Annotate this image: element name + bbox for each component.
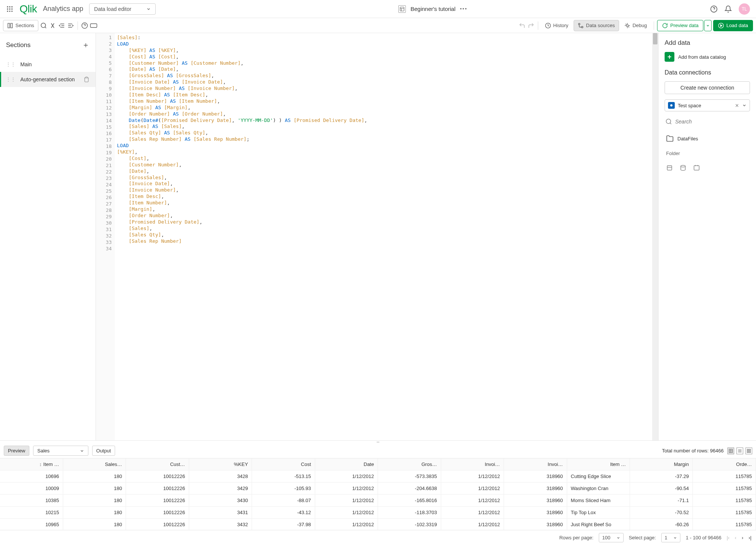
page-select[interactable]: 1 bbox=[661, 533, 680, 542]
svg-point-3 bbox=[7, 8, 8, 9]
data-connections-title: Data connections bbox=[665, 69, 750, 76]
column-header[interactable]: Item … bbox=[567, 458, 630, 470]
comment-toggle-icon[interactable] bbox=[49, 22, 56, 29]
debug-label: Debug bbox=[633, 23, 647, 28]
editor-scrollbar[interactable] bbox=[652, 33, 658, 440]
drag-handle-icon[interactable]: ⋮⋮ bbox=[6, 62, 16, 67]
load-data-label: Load data bbox=[726, 23, 748, 28]
svg-point-4 bbox=[9, 8, 10, 9]
pager: Rows per page: 100 Select page: 1 1 - 10… bbox=[0, 530, 756, 545]
column-header[interactable]: Invoi… bbox=[441, 458, 504, 470]
table-row[interactable]: 10696180100122263428-513.151/12/2012-573… bbox=[0, 470, 756, 483]
history-button[interactable]: History bbox=[541, 20, 572, 31]
chevron-down-icon bbox=[146, 7, 151, 11]
svg-point-8 bbox=[11, 11, 12, 12]
column-header[interactable]: Gros… bbox=[378, 458, 441, 470]
datafiles-item[interactable]: DataFiles bbox=[665, 132, 750, 145]
code-editor[interactable]: 1234567891011121314151617181920212223242… bbox=[96, 33, 658, 440]
insert-icon[interactable] bbox=[666, 164, 673, 171]
column-header[interactable]: Sales… bbox=[63, 458, 126, 470]
mode-dropdown[interactable]: Data load editor bbox=[89, 3, 156, 15]
svg-rect-36 bbox=[667, 166, 672, 170]
code-content[interactable]: [Sales]:LOAD [%KEY] AS [%KEY], [Cost] AS… bbox=[115, 33, 652, 440]
prev-page-icon[interactable]: ‹ bbox=[735, 535, 736, 540]
redo-icon[interactable] bbox=[527, 22, 535, 29]
preview-data-label: Preview data bbox=[670, 23, 698, 28]
add-section-icon[interactable]: ＋ bbox=[82, 40, 90, 50]
svg-point-33 bbox=[670, 104, 673, 107]
view-table-icon[interactable] bbox=[727, 448, 734, 454]
add-from-catalog-button[interactable]: + Add from data catalog bbox=[665, 52, 750, 62]
preview-tab[interactable]: Preview bbox=[4, 446, 29, 456]
tag-icon[interactable] bbox=[90, 22, 97, 29]
output-tab[interactable]: Output bbox=[92, 446, 115, 456]
more-menu-icon[interactable]: ••• bbox=[460, 6, 468, 12]
space-icon bbox=[668, 102, 675, 109]
column-header[interactable]: %KEY bbox=[189, 458, 252, 470]
search-icon bbox=[665, 118, 672, 125]
outdent-icon[interactable] bbox=[58, 22, 65, 29]
bell-icon[interactable] bbox=[724, 5, 732, 13]
tutorial-title: Beginner's tutorial bbox=[410, 6, 455, 12]
last-page-icon[interactable]: ›| bbox=[748, 535, 751, 540]
sections-panel: Sections ＋ ⋮⋮Main⋮⋮Auto-generated sectio… bbox=[0, 33, 96, 440]
column-header[interactable]: ↕Item … bbox=[0, 458, 63, 470]
svg-line-15 bbox=[45, 27, 46, 28]
next-page-icon[interactable]: › bbox=[742, 535, 743, 540]
data-sources-button[interactable]: Data sources bbox=[574, 20, 619, 31]
table-row[interactable]: 10965180100122263432-37.981/12/2012-102.… bbox=[0, 519, 756, 530]
app-launcher-icon[interactable] bbox=[6, 5, 14, 13]
column-header[interactable]: Orde… bbox=[693, 458, 756, 470]
browse-icon[interactable] bbox=[693, 164, 700, 171]
separator bbox=[538, 21, 538, 30]
table-row[interactable]: 10215180100122263431-43.121/12/2012-118.… bbox=[0, 507, 756, 519]
debug-button[interactable]: Debug bbox=[621, 20, 651, 31]
svg-point-0 bbox=[7, 6, 8, 7]
column-header[interactable]: Cost bbox=[252, 458, 315, 470]
rows-per-page-select[interactable]: 100 bbox=[599, 533, 624, 542]
column-header[interactable]: Invoi… bbox=[504, 458, 567, 470]
create-connection-button[interactable]: Create new connection bbox=[665, 81, 750, 94]
svg-rect-49 bbox=[749, 451, 751, 453]
drag-handle-icon[interactable]: ⋮⋮ bbox=[6, 77, 16, 82]
help-toolbar-icon[interactable] bbox=[81, 22, 88, 29]
svg-rect-39 bbox=[694, 166, 699, 170]
horizontal-splitter[interactable]: ═ bbox=[0, 440, 756, 443]
svg-rect-48 bbox=[747, 451, 749, 453]
indent-icon[interactable] bbox=[67, 22, 74, 29]
total-rows-label: Total number of rows: 96466 bbox=[662, 448, 724, 454]
connection-search-input[interactable] bbox=[675, 119, 749, 125]
help-icon[interactable] bbox=[710, 5, 718, 13]
load-data-button[interactable]: Load data bbox=[713, 20, 753, 31]
column-header[interactable]: Date bbox=[315, 458, 378, 470]
preview-table-select[interactable]: Sales bbox=[33, 446, 88, 456]
delete-section-icon[interactable] bbox=[83, 76, 90, 82]
first-page-icon[interactable]: |‹ bbox=[727, 535, 730, 540]
section-label: Auto-generated section bbox=[20, 76, 79, 82]
preview-data-caret[interactable] bbox=[704, 20, 712, 31]
svg-point-2 bbox=[11, 6, 12, 7]
select-icon[interactable] bbox=[680, 164, 686, 171]
section-item[interactable]: ⋮⋮Auto-generated section bbox=[0, 72, 96, 87]
sections-button[interactable]: Sections bbox=[3, 20, 38, 31]
view-grid-icon[interactable] bbox=[745, 448, 752, 454]
page-range-label: 1 - 100 of 96466 bbox=[686, 535, 721, 540]
column-header[interactable]: Cust… bbox=[126, 458, 189, 470]
avatar[interactable]: TL bbox=[739, 3, 750, 15]
space-selector[interactable]: Test space ✕ bbox=[665, 99, 750, 111]
section-item[interactable]: ⋮⋮Main bbox=[0, 57, 96, 72]
preview-table[interactable]: ↕Item …Sales…Cust…%KEYCostDateGros…Invoi… bbox=[0, 458, 756, 530]
view-list-icon[interactable] bbox=[736, 448, 743, 454]
column-header[interactable]: Margin bbox=[630, 458, 693, 470]
toolbar: Sections History bbox=[0, 18, 756, 33]
undo-icon[interactable] bbox=[518, 22, 526, 29]
search-icon[interactable] bbox=[40, 22, 47, 29]
table-row[interactable]: 10009180100122263429-105.931/12/2012-204… bbox=[0, 483, 756, 495]
clear-space-icon[interactable]: ✕ bbox=[735, 103, 739, 108]
svg-point-30 bbox=[626, 24, 628, 26]
preview-data-button[interactable]: Preview data bbox=[657, 20, 703, 31]
svg-point-14 bbox=[41, 23, 46, 27]
sections-title: Sections bbox=[6, 41, 30, 49]
svg-rect-12 bbox=[8, 23, 10, 28]
table-row[interactable]: 10385180100122263430-88.071/12/2012-165.… bbox=[0, 495, 756, 507]
